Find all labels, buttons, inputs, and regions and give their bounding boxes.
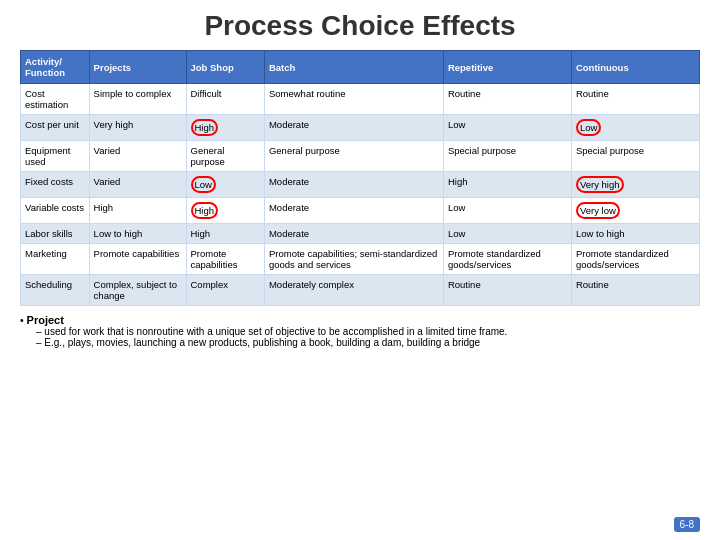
cell-repetitive: Low: [443, 224, 571, 244]
cell-repetitive: Low: [443, 115, 571, 141]
cell-batch: Somewhat routine: [264, 84, 443, 115]
table-row: Equipment usedVariedGeneral purposeGener…: [21, 141, 700, 172]
table-row: Cost per unitVery highHighModerateLowLow: [21, 115, 700, 141]
header-projects: Projects: [89, 51, 186, 84]
cell-batch: Moderately complex: [264, 275, 443, 306]
bullet-item-1: – used for work that is nonroutine with …: [36, 326, 700, 337]
cell-repetitive: Routine: [443, 84, 571, 115]
cell-repetitive: Special purpose: [443, 141, 571, 172]
cell-batch: Promote capabilities; semi-standardized …: [264, 244, 443, 275]
cell-job_shop: Promote capabilities: [186, 244, 264, 275]
cell-job_shop: High: [186, 115, 264, 141]
cell-projects: Very high: [89, 115, 186, 141]
cell-function: Cost estimation: [21, 84, 90, 115]
table-row: Labor skillsLow to highHighModerateLowLo…: [21, 224, 700, 244]
cell-continuous: Routine: [571, 84, 699, 115]
cell-function: Scheduling: [21, 275, 90, 306]
cell-job_shop: General purpose: [186, 141, 264, 172]
bullet-section: • Project – used for work that is nonrou…: [20, 314, 700, 348]
cell-job_shop: Difficult: [186, 84, 264, 115]
cell-batch: General purpose: [264, 141, 443, 172]
page-number: 6-8: [674, 517, 700, 532]
table-row: SchedulingComplex, subject to changeComp…: [21, 275, 700, 306]
cell-repetitive: Routine: [443, 275, 571, 306]
cell-continuous: Low to high: [571, 224, 699, 244]
cell-projects: Varied: [89, 172, 186, 198]
header-job-shop: Job Shop: [186, 51, 264, 84]
cell-continuous: Low: [571, 115, 699, 141]
table-row: Fixed costsVariedLowModerateHighVery hig…: [21, 172, 700, 198]
cell-function: Labor skills: [21, 224, 90, 244]
table-row: Cost estimationSimple to complexDifficul…: [21, 84, 700, 115]
cell-batch: Moderate: [264, 172, 443, 198]
cell-function: Fixed costs: [21, 172, 90, 198]
cell-batch: Moderate: [264, 224, 443, 244]
process-choice-table: Activity/Function Projects Job Shop Batc…: [20, 50, 700, 306]
header-function: Activity/Function: [21, 51, 90, 84]
page-title: Process Choice Effects: [20, 10, 700, 42]
cell-continuous: Special purpose: [571, 141, 699, 172]
header-continuous: Continuous: [571, 51, 699, 84]
bullet-title: Project: [27, 314, 64, 326]
cell-job_shop: High: [186, 198, 264, 224]
table-row: MarketingPromote capabilitiesPromote cap…: [21, 244, 700, 275]
cell-projects: High: [89, 198, 186, 224]
cell-continuous: Very low: [571, 198, 699, 224]
cell-projects: Simple to complex: [89, 84, 186, 115]
cell-projects: Low to high: [89, 224, 186, 244]
cell-function: Marketing: [21, 244, 90, 275]
bullet-point: •: [20, 314, 27, 326]
cell-function: Cost per unit: [21, 115, 90, 141]
bullet-item-2: – E.g., plays, movies, launching a new p…: [36, 337, 700, 348]
header-repetitive: Repetitive: [443, 51, 571, 84]
cell-job_shop: Low: [186, 172, 264, 198]
table-row: Variable costsHighHighModerateLowVery lo…: [21, 198, 700, 224]
header-batch: Batch: [264, 51, 443, 84]
cell-projects: Varied: [89, 141, 186, 172]
cell-repetitive: High: [443, 172, 571, 198]
cell-continuous: Promote standardized goods/services: [571, 244, 699, 275]
cell-projects: Complex, subject to change: [89, 275, 186, 306]
cell-repetitive: Low: [443, 198, 571, 224]
cell-function: Equipment used: [21, 141, 90, 172]
cell-batch: Moderate: [264, 115, 443, 141]
cell-job_shop: High: [186, 224, 264, 244]
page: Process Choice Effects Activity/Function…: [0, 0, 720, 540]
cell-continuous: Routine: [571, 275, 699, 306]
cell-batch: Moderate: [264, 198, 443, 224]
cell-function: Variable costs: [21, 198, 90, 224]
cell-job_shop: Complex: [186, 275, 264, 306]
cell-projects: Promote capabilities: [89, 244, 186, 275]
cell-continuous: Very high: [571, 172, 699, 198]
cell-repetitive: Promote standardized goods/services: [443, 244, 571, 275]
